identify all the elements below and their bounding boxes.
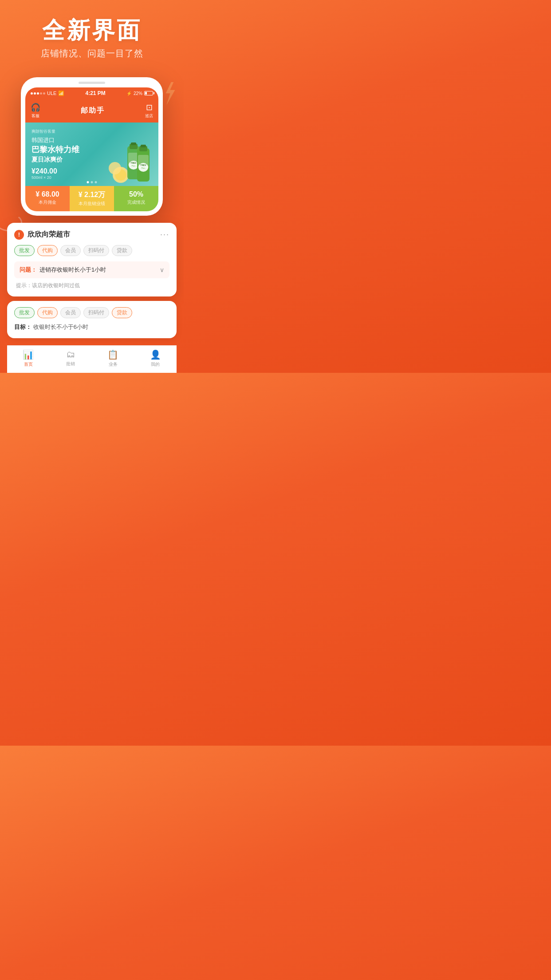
sales-stat[interactable]: ¥ 2.12万 本月批销业绩 [70, 186, 114, 211]
store-name-row: ! 欣欣向荣超市 [14, 230, 70, 240]
bluetooth-icon: ⚡ [126, 91, 132, 96]
main-subtitle: 店铺情况、问题一目了然 [9, 47, 175, 59]
second-store-snippet: 批发 代购 会员 扫码付 贷款 目标： 收银时长不小于6小时 [7, 301, 177, 338]
price-unit: 500ml × 20 [31, 175, 79, 180]
app-title: 邮助手 [81, 106, 105, 115]
store-section: ! 欣欣向荣超市 ··· 批发 代购 会员 扫码付 贷款 问题： 进销存收银时长… [0, 223, 184, 373]
signal-dots [31, 92, 45, 95]
bottle-illustration: TREV Plain TREV Plain [105, 142, 154, 186]
svg-text:TREV: TREV [130, 162, 137, 164]
banner-price-area: ¥240.00 500ml × 20 [31, 167, 79, 180]
store-name: 欣欣向荣超市 [28, 230, 70, 239]
completion-label: 完成情况 [117, 199, 156, 205]
snippet-tag-loan[interactable]: 贷款 [112, 307, 132, 318]
sales-label: 本月批销业绩 [72, 201, 111, 207]
price-amount: ¥240.00 [31, 167, 57, 175]
banner-dots [87, 181, 97, 183]
patrol-button[interactable]: ⊡ 巡店 [145, 103, 153, 119]
goal-text: 收银时长不小于6小时 [33, 324, 88, 330]
status-bar: ULE 📶 4:21 PM ⚡ 22% [25, 87, 158, 99]
headset-icon: 🎧 [31, 103, 40, 112]
commission-stat[interactable]: ¥ 68.00 本月佣金 [25, 186, 70, 211]
svg-text:TREV: TREV [140, 164, 146, 166]
profile-icon: 👤 [150, 349, 161, 360]
status-time: 4:21 PM [86, 90, 106, 96]
app-header: 🎧 客服 邮助手 ⊡ 巡店 [25, 99, 158, 122]
hint-text: 提示：该店的收银时间过低 [14, 282, 169, 289]
banner-dot-2 [91, 181, 93, 183]
banner-dot-1 [87, 181, 89, 183]
banner-promo-text: 夏日冰爽价 [31, 156, 79, 164]
banner-price: ¥240.00 [31, 167, 79, 175]
signal-dot-2 [34, 92, 36, 95]
svg-text:Plain: Plain [132, 165, 136, 167]
wholesale-icon: 🗂 [66, 349, 75, 360]
svg-point-16 [109, 162, 121, 174]
phone-screen: ULE 📶 4:21 PM ⚡ 22% 🎧 客服 邮助手 [25, 87, 158, 211]
tag-loan[interactable]: 贷款 [112, 245, 132, 256]
business-icon: 📋 [107, 349, 118, 360]
customer-service-button[interactable]: 🎧 客服 [31, 103, 40, 119]
main-title: 全新界面 [9, 18, 175, 43]
snippet-tag-wholesale[interactable]: 批发 [14, 307, 35, 318]
tab-business[interactable]: 📋 业务 [92, 349, 134, 368]
banner-small-text: 爽朗智谷客量 [31, 129, 79, 134]
snippet-tag-proxy[interactable]: 代购 [37, 307, 58, 318]
stats-row: ¥ 68.00 本月佣金 ¥ 2.12万 本月批销业绩 50% 完成情况 [25, 186, 158, 211]
phone-notch [79, 82, 105, 84]
home-icon: 📊 [23, 349, 34, 360]
phone-mockup: ULE 📶 4:21 PM ⚡ 22% 🎧 客服 邮助手 [21, 77, 163, 216]
tab-profile[interactable]: 👤 我的 [134, 349, 177, 368]
store-card: ! 欣欣向荣超市 ··· 批发 代购 会员 扫码付 贷款 问题： 进销存收银时长… [7, 223, 177, 296]
svg-rect-11 [141, 145, 146, 147]
tab-business-label: 业务 [109, 361, 118, 368]
problem-row[interactable]: 问题： 进销存收银时长小于1小时 ∨ [14, 261, 169, 278]
tag-scan-pay[interactable]: 扫码付 [83, 245, 109, 256]
product-banner[interactable]: 爽朗智谷客量 韩国进口 巴黎水特力维 夏日冰爽价 ¥240.00 500ml ×… [25, 122, 158, 186]
chevron-down-icon: ∨ [160, 266, 164, 273]
svg-text:Plain: Plain [142, 167, 146, 169]
svg-rect-4 [131, 142, 136, 145]
completion-stat[interactable]: 50% 完成情况 [114, 186, 158, 211]
battery-icon [144, 91, 153, 95]
commission-label: 本月佣金 [28, 199, 67, 205]
snippet-goal: 目标： 收银时长不小于6小时 [14, 323, 169, 332]
signal-dot-3 [37, 92, 39, 95]
tab-bar: 📊 首页 🗂 批销 📋 业务 👤 我的 [7, 345, 177, 373]
tab-home[interactable]: 📊 首页 [7, 349, 50, 368]
banner-dot-3 [95, 181, 97, 183]
customer-service-label: 客服 [31, 113, 40, 119]
bottles-svg: TREV Plain TREV Plain [105, 142, 154, 186]
goal-label: 目标： [14, 324, 31, 330]
status-left: ULE 📶 [31, 91, 64, 96]
tab-profile-label: 我的 [151, 361, 160, 368]
banner-product-name: 巴黎水特力维 [31, 145, 79, 155]
banner-origin: 韩国进口 [31, 136, 79, 144]
tab-wholesale[interactable]: 🗂 批销 [50, 349, 92, 368]
wifi-icon: 📶 [58, 91, 64, 96]
tag-proxy[interactable]: 代购 [37, 245, 58, 256]
more-button[interactable]: ··· [160, 230, 169, 239]
header-section: 全新界面 店铺情况、问题一目了然 [0, 0, 184, 68]
store-tags: 批发 代购 会员 扫码付 贷款 [14, 245, 169, 256]
patrol-label: 巡店 [145, 113, 153, 119]
tag-wholesale[interactable]: 批发 [14, 245, 35, 256]
alert-icon: ! [14, 230, 24, 240]
banner-text-area: 爽朗智谷客量 韩国进口 巴黎水特力维 夏日冰爽价 ¥240.00 500ml ×… [31, 129, 79, 180]
tab-wholesale-label: 批销 [66, 361, 75, 367]
tag-member[interactable]: 会员 [60, 245, 81, 256]
tab-home-label: 首页 [24, 361, 33, 368]
signal-dot-4 [40, 92, 42, 95]
problem-label: 问题： [20, 266, 37, 274]
problem-text: 进销存收银时长小于1小时 [39, 266, 160, 274]
commission-amount: ¥ 68.00 [28, 190, 67, 198]
signal-dot-1 [31, 92, 33, 95]
snippet-tag-member[interactable]: 会员 [60, 307, 81, 318]
completion-amount: 50% [117, 190, 156, 198]
battery-fill [145, 92, 147, 95]
scan-icon: ⊡ [145, 103, 153, 112]
snippet-tags: 批发 代购 会员 扫码付 贷款 [14, 307, 169, 318]
battery-percent: 22% [134, 91, 142, 96]
snippet-tag-scan-pay[interactable]: 扫码付 [83, 307, 109, 318]
store-card-header: ! 欣欣向荣超市 ··· [14, 230, 169, 240]
